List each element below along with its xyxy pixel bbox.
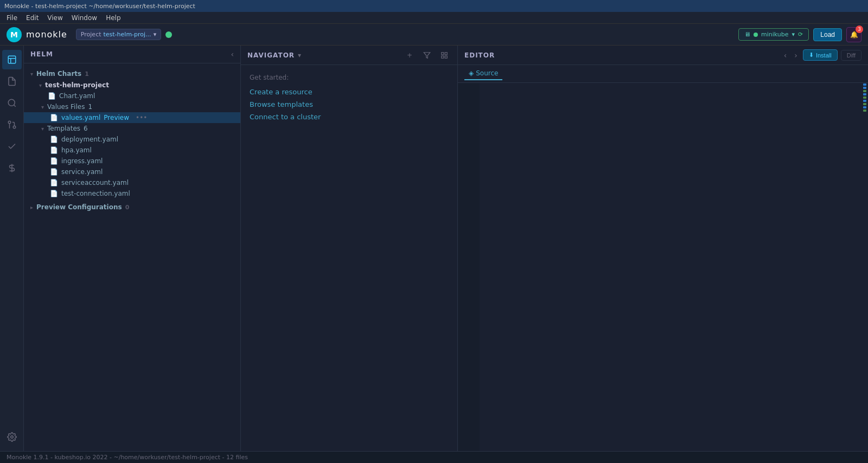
hpa-yaml-label: hpa.yaml	[61, 146, 92, 154]
files-icon-btn[interactable]	[2, 50, 22, 69]
project-chevron-icon: ▾	[154, 31, 157, 38]
main-content: HELM ‹ ▾ Helm Charts 1 ▾ test-helm-proje…	[0, 46, 868, 451]
compare-icon-btn[interactable]	[2, 158, 22, 178]
menu-file[interactable]: File	[2, 13, 22, 23]
code-content[interactable]	[480, 83, 861, 451]
project-status-dot	[165, 31, 172, 38]
ingress-yaml-label: ingress.yaml	[61, 157, 103, 165]
gutter-mark	[863, 103, 866, 105]
explorer-icon-btn[interactable]	[2, 72, 22, 91]
helm-charts-section: ▾ Helm Charts 1 ▾ test-helm-project 📄 Ch…	[24, 68, 240, 199]
deployment-yaml-label: deployment.yaml	[61, 136, 118, 143]
menu-edit[interactable]: Edit	[22, 13, 43, 23]
filter-icon[interactable]: ▾	[298, 52, 302, 59]
logo-text: monokle	[26, 29, 67, 40]
ingress-yaml-item[interactable]: 📄 ingress.yaml	[24, 156, 240, 166]
load-button[interactable]: Load	[813, 28, 842, 41]
browse-templates-link[interactable]: Browse templates	[250, 100, 449, 108]
more-actions-icon[interactable]: •••	[136, 114, 147, 121]
menu-help[interactable]: Help	[101, 13, 125, 23]
values-files-section[interactable]: ▾ Values Files 1	[24, 101, 240, 112]
file-icon3: 📄	[50, 136, 58, 143]
logo-icon: M	[7, 27, 22, 42]
settings-icon-btn[interactable]	[2, 427, 22, 447]
menu-bar: File Edit View Window Help	[0, 12, 868, 24]
menu-window[interactable]: Window	[67, 13, 101, 23]
project-name: test-helm-proj...	[104, 31, 151, 38]
status-bar: Monokle 1.9.1 - kubeshop.io 2022 - ~/hom…	[0, 451, 868, 463]
toolbar: M monokle Project test-helm-proj... ▾ 🖥 …	[0, 24, 868, 46]
preview-configurations-count: 0	[125, 204, 130, 211]
sidebar-title: HELM	[30, 50, 53, 58]
navigator-title: NAVIGATOR ▾	[247, 52, 302, 59]
add-resource-button[interactable]: +	[403, 49, 416, 62]
editor-header: EDITOR ‹ › ⬇ Install Diff	[458, 46, 868, 65]
sidebar-collapse-button[interactable]: ‹	[231, 50, 234, 59]
preview-badge: Preview	[104, 114, 129, 121]
svg-rect-13	[445, 56, 447, 58]
gutter-mark	[863, 100, 866, 102]
chevron-right-icon: ▾	[30, 71, 33, 77]
validate-icon-btn[interactable]	[2, 137, 22, 156]
filter-button[interactable]	[420, 49, 433, 62]
chart-yaml-label: Chart.yaml	[59, 92, 95, 100]
cluster-status-dot	[754, 33, 758, 37]
templates-count: 6	[84, 125, 88, 132]
svg-point-6	[8, 121, 11, 124]
notification-badge: 3	[856, 25, 863, 33]
values-yaml-label: values.yaml	[61, 114, 100, 121]
gutter-mark	[863, 97, 866, 99]
code-editor[interactable]	[458, 83, 868, 451]
editor-forward-button[interactable]: ›	[792, 51, 800, 60]
project-root-item[interactable]: ▾ test-helm-project	[24, 80, 240, 91]
download-icon: ⬇	[809, 52, 814, 59]
chart-yaml-item[interactable]: 📄 Chart.yaml	[24, 91, 240, 101]
title-bar: Monokle - test-helm-project ~/home/worku…	[0, 0, 868, 12]
hpa-yaml-item[interactable]: 📄 hpa.yaml	[24, 145, 240, 156]
navigator-tools: +	[403, 49, 451, 62]
cluster-chevron-icon: ▾	[792, 31, 795, 38]
create-resource-link[interactable]: Create a resource	[250, 88, 449, 96]
file-icon: 📄	[48, 92, 56, 100]
cluster-selector[interactable]: 🖥 minikube ▾ ⟳	[738, 28, 809, 41]
status-text: Monokle 1.9.1 - kubeshop.io 2022 - ~/hom…	[7, 454, 248, 461]
search-icon-btn[interactable]	[2, 93, 22, 113]
editor-back-button[interactable]: ‹	[782, 51, 789, 60]
project-selector[interactable]: Project test-helm-proj... ▾	[76, 29, 161, 40]
install-button[interactable]: ⬇ Install	[803, 49, 838, 61]
test-connection-yaml-item[interactable]: 📄 test-connection.yaml	[24, 188, 240, 199]
svg-line-4	[14, 105, 15, 106]
serviceaccount-yaml-item[interactable]: 📄 serviceaccount.yaml	[24, 177, 240, 188]
templates-section[interactable]: ▾ Templates 6	[24, 123, 240, 134]
test-connection-yaml-label: test-connection.yaml	[61, 190, 130, 197]
project-item-label: test-helm-project	[45, 81, 109, 89]
svg-rect-14	[442, 56, 444, 58]
project-label: Project	[81, 31, 101, 38]
templates-label: Templates	[47, 125, 80, 132]
chevron-down-icon2: ▾	[41, 104, 44, 110]
get-started-label: Get started:	[250, 74, 449, 81]
service-yaml-item[interactable]: 📄 service.yaml	[24, 166, 240, 177]
serviceaccount-yaml-label: serviceaccount.yaml	[61, 179, 129, 187]
sidebar-header: HELM ‹	[24, 46, 240, 63]
right-gutter	[861, 83, 868, 451]
source-tab-item[interactable]: ◈ Source	[464, 67, 502, 80]
navigator-settings-button[interactable]	[438, 49, 451, 62]
icon-bar	[0, 46, 24, 451]
notifications-button[interactable]: 🔔 3	[846, 27, 861, 42]
editor-tools: ‹ › ⬇ Install Diff	[782, 49, 861, 61]
values-yaml-item[interactable]: 📄 values.yaml Preview •••	[24, 112, 240, 123]
source-tab-bar: ◈ Source	[458, 65, 868, 83]
helm-charts-label[interactable]: ▾ Helm Charts 1	[24, 68, 240, 80]
editor-title-text: EDITOR	[464, 52, 495, 59]
editor-panel: EDITOR ‹ › ⬇ Install Diff ◈ Source	[458, 46, 868, 451]
diff-button[interactable]: Diff	[841, 50, 861, 61]
preview-configurations-label[interactable]: ▸ Preview Configurations 0	[24, 201, 240, 213]
menu-view[interactable]: View	[43, 13, 67, 23]
connect-cluster-link[interactable]: Connect to a cluster	[250, 113, 449, 121]
sidebar: HELM ‹ ▾ Helm Charts 1 ▾ test-helm-proje…	[24, 46, 241, 451]
git-icon-btn[interactable]	[2, 115, 22, 134]
source-tab-label: Source	[476, 69, 498, 77]
deployment-yaml-item[interactable]: 📄 deployment.yaml	[24, 134, 240, 145]
chevron-down-icon3: ▾	[41, 126, 44, 132]
